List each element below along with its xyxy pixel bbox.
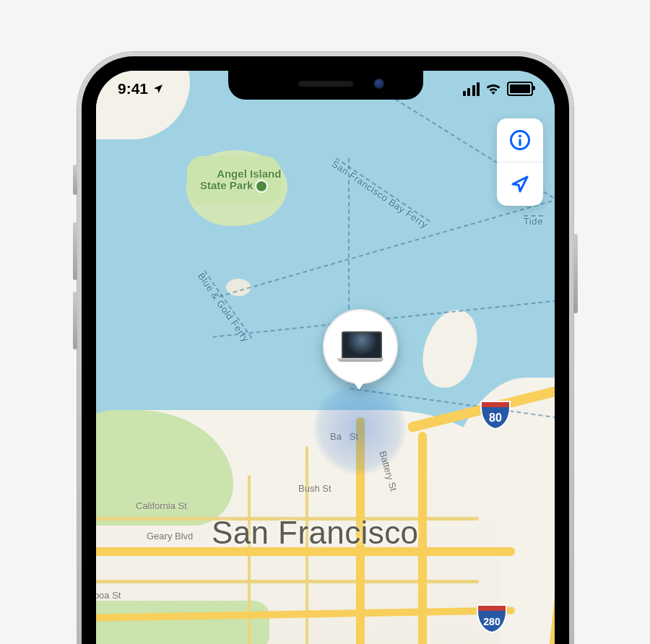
- side-button: [573, 234, 578, 313]
- ferry-label: Tide: [524, 215, 543, 217]
- cellular-icon: [463, 82, 480, 96]
- wifi-icon: [485, 83, 501, 95]
- volume-down-button: [73, 292, 77, 349]
- interstate-shield-icon: 280: [476, 604, 508, 634]
- street-label: California St: [136, 501, 187, 511]
- park-label: Angel Island State Park: [187, 156, 281, 205]
- status-time: 9:41: [118, 80, 148, 97]
- street-label: Geary Blvd: [147, 531, 193, 541]
- city-label: San Francisco: [212, 515, 418, 550]
- info-icon: [509, 129, 531, 151]
- ringer-switch: [73, 165, 77, 195]
- interstate-shield-icon: 80: [480, 400, 511, 430]
- location-services-icon: [152, 83, 164, 95]
- street-label: Bush St: [298, 484, 332, 494]
- locate-me-button[interactable]: [497, 162, 543, 206]
- device-location-pin[interactable]: [323, 309, 395, 403]
- volume-up-button: [73, 222, 77, 280]
- map-view[interactable]: Angel Island State Park Blue & Gold Ferr…: [96, 71, 555, 644]
- svg-point-1: [519, 135, 521, 138]
- svg-rect-2: [519, 139, 521, 146]
- macbook-icon: [337, 331, 384, 362]
- street-label: lboa St: [96, 591, 121, 601]
- battery-icon: [507, 82, 533, 96]
- map-controls: [497, 118, 543, 206]
- notch: [228, 71, 423, 100]
- location-arrow-icon: [509, 173, 531, 195]
- phone-frame: 9:41: [77, 52, 573, 644]
- screen: 9:41: [96, 71, 555, 644]
- info-button[interactable]: [497, 118, 543, 162]
